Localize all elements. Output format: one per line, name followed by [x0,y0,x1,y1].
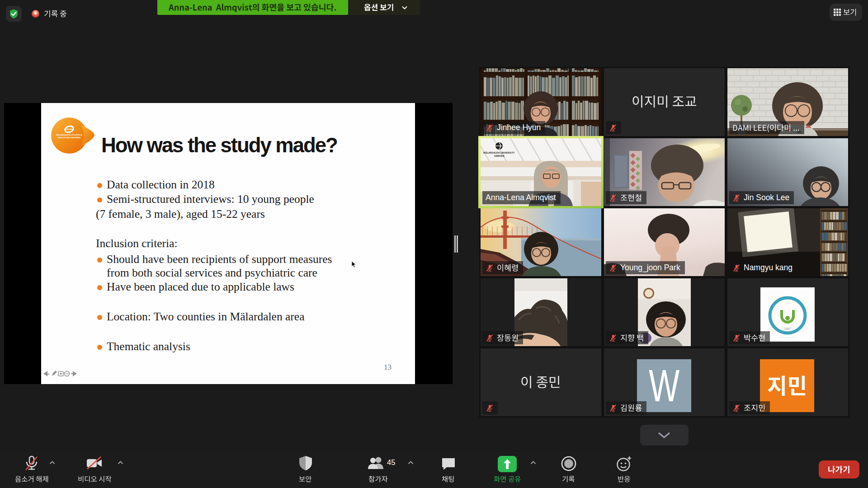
svg-text:MÄLARDALENS HÖGSKOLA: MÄLARDALENS HÖGSKOLA [56,134,82,136]
svg-text:·····················: ····················· [778,336,797,338]
svg-text:1967: 1967 [784,327,791,330]
svg-text:ESKILSTUNA VÄSTERÅS: ESKILSTUNA VÄSTERÅS [58,136,81,139]
